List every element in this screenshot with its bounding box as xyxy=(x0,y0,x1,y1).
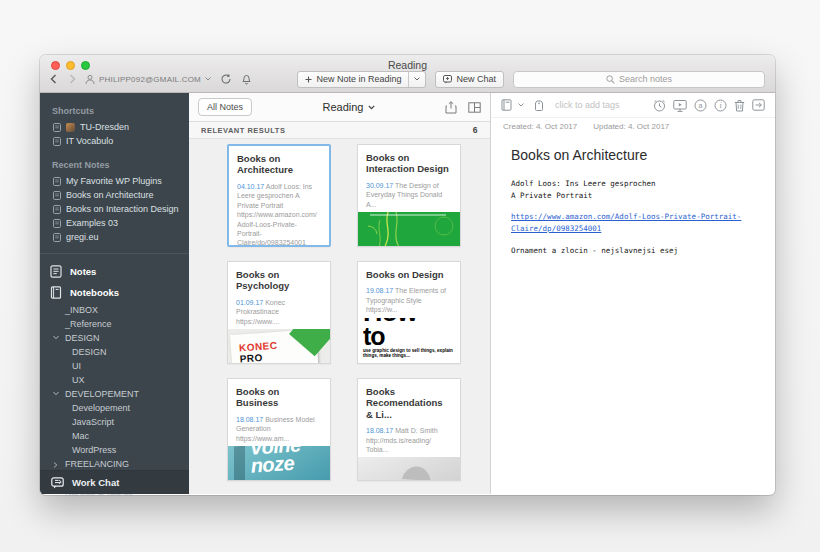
recent-note-label: Books on Architecture xyxy=(66,190,154,200)
note-text-line: A Private Portrait xyxy=(511,190,745,202)
note-link[interactable]: https://www.amazon.com/Adolf-Loos-Privat… xyxy=(511,211,745,234)
note-body[interactable]: Books on Architecture Adolf Loos: Ins Le… xyxy=(491,135,775,276)
new-chat-button[interactable]: New Chat xyxy=(435,71,504,88)
sidebar-item-recent-note[interactable]: My Favorite WP Plugins xyxy=(40,174,189,188)
note-card-books-on-architecture[interactable]: Books on Architecture 04.10.17 Adolf Loo… xyxy=(227,144,331,247)
note-card-snippet: 18.08.17 Matt D. Smith http://mds.is/rea… xyxy=(358,420,460,457)
note-icon xyxy=(53,205,61,214)
note-icon xyxy=(53,233,61,242)
svg-text:a: a xyxy=(699,102,703,109)
note-card-snippet: 19.08.17 The Elements of Typographic Sty… xyxy=(358,280,460,317)
sync-icon[interactable] xyxy=(220,73,232,85)
chevron-down-icon[interactable] xyxy=(53,335,59,340)
note-icon xyxy=(53,123,61,132)
search-icon xyxy=(606,75,615,84)
notebook-item-inbox[interactable]: _INBOX xyxy=(40,303,189,317)
notebook-item-mac[interactable]: Mac xyxy=(40,429,189,443)
notebooks-icon xyxy=(50,286,62,299)
account-email: PHILIPP092@GMAIL.COM xyxy=(99,75,201,84)
notebooks-label: Notebooks xyxy=(70,287,119,298)
search-placeholder: Search notes xyxy=(619,74,672,84)
trash-icon[interactable] xyxy=(734,99,745,112)
account-menu[interactable]: PHILIPP092@GMAIL.COM xyxy=(85,74,211,85)
card-view-icon[interactable] xyxy=(468,102,481,113)
note-card-books-on-business[interactable]: Books on Business 18.08.17 Business Mode… xyxy=(227,378,331,481)
notifications-bell-icon[interactable] xyxy=(241,73,252,85)
notebook-item-design[interactable]: DESIGN xyxy=(40,345,189,359)
present-icon[interactable] xyxy=(673,99,687,112)
notebook-item-reference[interactable]: _Reference xyxy=(40,317,189,331)
note-icon xyxy=(53,191,61,200)
forward-button[interactable] xyxy=(69,74,76,84)
recent-note-label: gregi.eu xyxy=(66,232,99,242)
main-toolbar: PHILIPP092@GMAIL.COM New Note in Reading xyxy=(40,69,775,89)
sidebar-item-recent-note[interactable]: Examples 03 xyxy=(40,216,189,230)
notebook-selector-icon[interactable] xyxy=(501,99,512,111)
chevron-down-icon[interactable] xyxy=(518,103,524,107)
share-icon[interactable] xyxy=(445,101,457,114)
note-card-thumbnail xyxy=(358,212,460,247)
info-icon[interactable]: i xyxy=(714,99,727,112)
note-card-books-on-interaction-design[interactable]: Books on Interaction Design 30.09.17 The… xyxy=(357,144,461,247)
notebook-item-ux[interactable]: UX xyxy=(40,373,189,387)
note-card-books-on-psychology[interactable]: Books on Psychology 01.09.17 Konec Prokr… xyxy=(227,261,331,364)
note-editor-panel: click to add tags a i Created: 4. Oct 20… xyxy=(491,93,775,494)
note-icon xyxy=(53,137,61,146)
volne-noze-cover: Volné noze xyxy=(228,446,330,481)
note-card-title: Books Recomendations & Li... xyxy=(358,379,460,420)
tu-dresden-thumbnail xyxy=(66,123,75,132)
reminder-icon[interactable] xyxy=(653,99,666,112)
notebook-item-wordpress[interactable]: WordPress xyxy=(40,443,189,457)
chevron-down-icon xyxy=(368,105,375,110)
recent-notes-header: Recent Notes xyxy=(40,157,189,174)
sidebar-item-notebooks[interactable]: Notebooks xyxy=(40,282,189,303)
all-notes-button[interactable]: All Notes xyxy=(198,98,252,116)
note-card-title: Books on Architecture xyxy=(229,146,329,176)
note-icon xyxy=(53,219,61,228)
work-chat-label: Work Chat xyxy=(72,477,119,488)
annotation-icon[interactable]: a xyxy=(694,99,707,112)
note-card-books-on-design[interactable]: Books on Design 19.08.17 The Elements of… xyxy=(357,261,461,364)
note-card-books-recomendations[interactable]: Books Recomendations & Li... 18.08.17 Ma… xyxy=(357,378,461,481)
plus-icon xyxy=(305,76,312,83)
notebook-stack-design[interactable]: DESIGN xyxy=(40,331,189,345)
note-cards-grid: Books on Architecture 04.10.17 Adolf Loo… xyxy=(189,139,490,494)
recent-note-label: My Favorite WP Plugins xyxy=(66,176,162,186)
back-button[interactable] xyxy=(50,74,57,84)
share-note-icon[interactable] xyxy=(752,99,765,111)
chat-plus-icon xyxy=(443,75,452,84)
notebook-item-ui[interactable]: UI xyxy=(40,359,189,373)
note-text-line: Ornament a zlocin - nejslavnejsi esej xyxy=(511,245,745,257)
sidebar: Shortcuts TU-Dresden IT Vocabulo Recent … xyxy=(40,93,189,494)
tag-icon[interactable] xyxy=(534,100,544,111)
sidebar-item-it-vocabulo[interactable]: IT Vocabulo xyxy=(40,134,189,148)
notebook-stack-developement[interactable]: DEVELOPEMENT xyxy=(40,387,189,401)
sidebar-item-recent-note[interactable]: Books on Architecture xyxy=(40,188,189,202)
note-card-date: 19.08.17 xyxy=(366,287,393,294)
sidebar-item-recent-note[interactable]: gregi.eu xyxy=(40,230,189,244)
notes-icon xyxy=(50,265,62,278)
new-chat-label: New Chat xyxy=(456,74,496,84)
sidebar-item-tu-dresden[interactable]: TU-Dresden xyxy=(40,120,189,134)
work-chat-button[interactable]: Work Chat xyxy=(40,471,189,494)
how-to-book-cover: How to use graphic design to sell things… xyxy=(358,318,460,346)
search-input[interactable]: Search notes xyxy=(513,71,765,88)
note-card-thumbnail: KONEC PRO KRAS xyxy=(228,329,330,364)
new-note-dropdown[interactable] xyxy=(408,72,425,87)
notebook-item-developement[interactable]: Developement xyxy=(40,401,189,415)
note-icon xyxy=(53,177,61,186)
note-title[interactable]: Books on Architecture xyxy=(511,147,755,163)
chevron-down-icon[interactable] xyxy=(53,391,59,396)
chevron-right-icon[interactable] xyxy=(53,462,58,468)
editor-toolbar: click to add tags a i xyxy=(491,93,775,118)
note-list-context[interactable]: Reading xyxy=(252,101,445,113)
notebook-item-javascript[interactable]: JavaScript xyxy=(40,415,189,429)
sidebar-divider xyxy=(40,253,189,254)
new-note-button[interactable]: New Note in Reading xyxy=(297,71,426,88)
notebook-stack-freelancing[interactable]: FREELANCING xyxy=(40,457,189,471)
note-card-snippet: 04.10.17 Adolf Loos: Ins Leere gesproche… xyxy=(229,176,329,247)
sidebar-item-recent-note[interactable]: Books on Interaction Design xyxy=(40,202,189,216)
note-card-snippet: 18.08.17 Business Model Generation https… xyxy=(228,409,330,446)
sidebar-item-notes[interactable]: Notes xyxy=(40,261,189,282)
add-tags-field[interactable]: click to add tags xyxy=(555,100,620,110)
